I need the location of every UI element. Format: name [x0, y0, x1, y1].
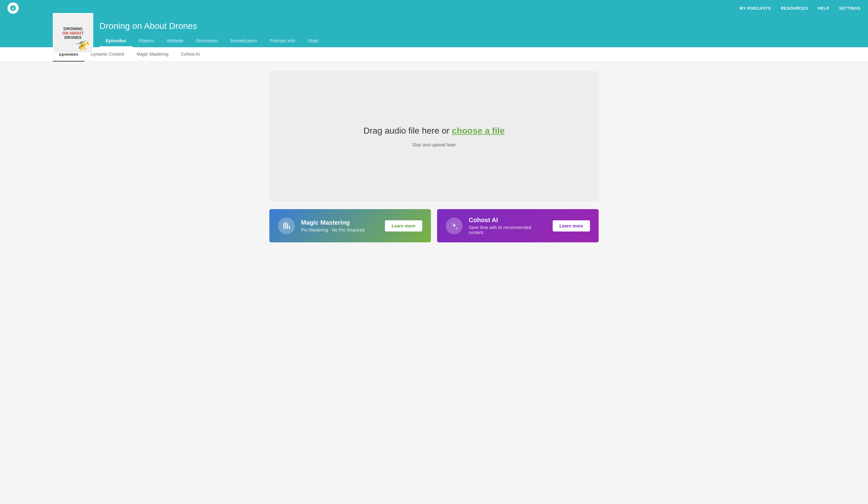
tab-episodes[interactable]: Episodes: [100, 35, 133, 47]
magic-mastering-icon-circle: [278, 217, 295, 234]
magic-mastering-desc: Pro Mastering - No Pro Required.: [301, 227, 379, 233]
magic-mastering-title: Magic Mastering: [301, 219, 379, 226]
tab-players[interactable]: Players: [133, 35, 161, 47]
podcast-title-area: Droning on About Drones Episodes Players…: [100, 16, 868, 47]
main-content: Drag audio file here or choose a file Sk…: [263, 71, 605, 243]
nav-settings[interactable]: SETTINGS: [839, 6, 860, 11]
promo-card-magic-mastering: Magic Mastering Pro Mastering - No Pro R…: [269, 209, 431, 243]
podcast-img-line2: ON ABOUT: [62, 31, 84, 35]
svg-rect-3: [285, 224, 286, 229]
magic-mastering-learn-more-button[interactable]: Learn more: [385, 220, 422, 232]
tab-monetization[interactable]: Monetization: [224, 35, 263, 47]
sub-tab-cohost-ai[interactable]: Cohost AI: [175, 47, 206, 62]
main-tabs: Episodes Players Website Directories Mon…: [100, 35, 868, 47]
cohost-ai-text: Cohost AI Save time with AI recommended …: [469, 217, 546, 235]
top-nav-links: MY PODCASTS RESOURCES HELP SETTINGS: [740, 6, 860, 11]
app-logo[interactable]: [8, 2, 19, 14]
svg-point-7: [283, 224, 285, 225]
upload-prompt-text: Drag audio file here or: [363, 126, 452, 135]
header-band: DRONING ON ABOUT DRONES 🚁 Droning on Abo…: [0, 16, 868, 47]
equalizer-icon: [282, 222, 291, 230]
promo-card-cohost-ai: Cohost AI Save time with AI recommended …: [437, 209, 599, 243]
svg-point-11: [287, 224, 288, 225]
tab-directories[interactable]: Directories: [190, 35, 225, 47]
svg-rect-5: [289, 226, 290, 229]
skip-link[interactable]: Skip and upload later: [412, 142, 456, 147]
tab-podcast-info[interactable]: Podcast Info: [263, 35, 301, 47]
nav-my-podcasts[interactable]: MY PODCASTS: [740, 6, 771, 11]
cohost-ai-icon-circle: [446, 217, 463, 234]
top-nav: MY PODCASTS RESOURCES HELP SETTINGS: [0, 0, 868, 16]
podcast-image: DRONING ON ABOUT DRONES 🚁: [53, 13, 93, 53]
svg-rect-2: [283, 225, 284, 229]
tab-website[interactable]: Website: [161, 35, 190, 47]
podcast-img-line1: DRONING: [62, 27, 84, 31]
upload-prompt: Drag audio file here or choose a file: [363, 126, 505, 136]
tab-stats[interactable]: Stats: [302, 35, 325, 47]
magic-mastering-text: Magic Mastering Pro Mastering - No Pro R…: [301, 219, 379, 233]
cohost-ai-title: Cohost AI: [469, 217, 546, 224]
choose-file-link[interactable]: choose a file: [452, 126, 505, 135]
svg-point-9: [285, 222, 287, 224]
upload-zone[interactable]: Drag audio file here or choose a file Sk…: [269, 71, 599, 202]
sparkle-icon: [450, 222, 458, 230]
promo-cards: Magic Mastering Pro Mastering - No Pro R…: [269, 209, 599, 243]
sub-tab-magic-mastering[interactable]: Magic Mastering: [131, 47, 175, 62]
podcast-title: Droning on About Drones: [100, 16, 868, 31]
svg-point-1: [12, 7, 14, 8]
cohost-ai-learn-more-button[interactable]: Learn more: [553, 220, 590, 232]
nav-help[interactable]: HELP: [818, 6, 829, 11]
svg-rect-4: [287, 225, 288, 229]
nav-resources[interactable]: RESOURCES: [781, 6, 808, 11]
cohost-ai-desc: Save time with AI recommended content.: [469, 225, 546, 235]
sub-tabs-bar: Episodes Dynamic Content Magic Mastering…: [0, 47, 868, 62]
